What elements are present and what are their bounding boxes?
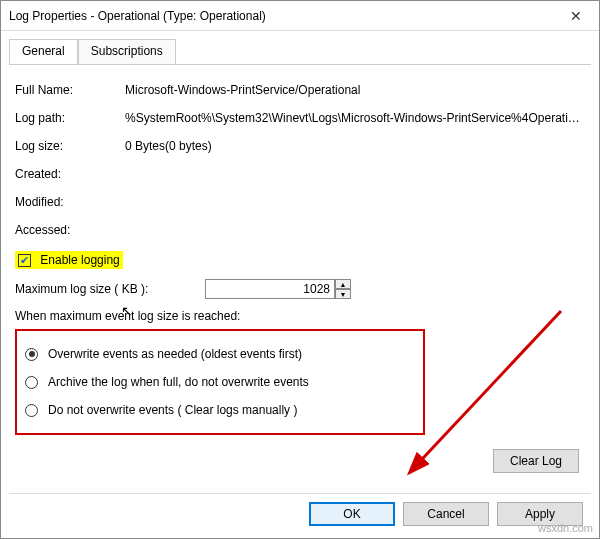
label-modified: Modified: xyxy=(15,195,125,209)
overwrite-options-group: Overwrite events as needed (oldest event… xyxy=(15,329,425,435)
tab-strip: General Subscriptions xyxy=(1,31,599,64)
cancel-button[interactable]: Cancel xyxy=(403,502,489,526)
field-log-path: Log path: %SystemRoot%\System32\Winevt\L… xyxy=(15,111,585,125)
field-log-size: Log size: 0 Bytes(0 bytes) xyxy=(15,139,585,153)
when-max-label: When maximum event log size is reached: xyxy=(15,309,585,323)
spinner-down-icon[interactable]: ▼ xyxy=(335,289,351,299)
tab-general[interactable]: General xyxy=(9,39,78,65)
clear-log-button[interactable]: Clear Log xyxy=(493,449,579,473)
titlebar: Log Properties - Operational (Type: Oper… xyxy=(1,1,599,31)
radio-archive-when-full[interactable]: Archive the log when full, do not overwr… xyxy=(25,375,415,389)
radio-label: Do not overwrite events ( Clear logs man… xyxy=(48,403,297,417)
max-log-size-row: Maximum log size ( KB ): ▲ ▼ xyxy=(15,279,585,299)
max-log-size-label: Maximum log size ( KB ): xyxy=(15,282,205,296)
field-accessed: Accessed: xyxy=(15,223,585,237)
enable-logging-row: ✔ Enable logging xyxy=(15,251,585,269)
label-accessed: Accessed: xyxy=(15,223,125,237)
enable-logging-label: Enable logging xyxy=(40,253,119,267)
label-full-name: Full Name: xyxy=(15,83,125,97)
radio-do-not-overwrite[interactable]: Do not overwrite events ( Clear logs man… xyxy=(25,403,415,417)
value-log-path: %SystemRoot%\System32\Winevt\Logs\Micros… xyxy=(125,111,585,125)
window-title: Log Properties - Operational (Type: Oper… xyxy=(9,9,266,23)
clear-log-row: Clear Log xyxy=(15,449,585,481)
label-created: Created: xyxy=(15,167,125,181)
label-log-path: Log path: xyxy=(15,111,125,125)
max-log-size-spinner: ▲ ▼ xyxy=(335,279,351,299)
tab-subscriptions[interactable]: Subscriptions xyxy=(78,39,176,65)
field-created: Created: xyxy=(15,167,585,181)
radio-icon xyxy=(25,348,38,361)
value-log-size: 0 Bytes(0 bytes) xyxy=(125,139,585,153)
tabpanel-general: Full Name: Microsoft-Windows-PrintServic… xyxy=(9,64,591,493)
spinner-up-icon[interactable]: ▲ xyxy=(335,279,351,289)
radio-icon xyxy=(25,404,38,417)
field-modified: Modified: xyxy=(15,195,585,209)
value-full-name: Microsoft-Windows-PrintService/Operation… xyxy=(125,83,585,97)
ok-button[interactable]: OK xyxy=(309,502,395,526)
radio-label: Overwrite events as needed (oldest event… xyxy=(48,347,302,361)
dialog-button-row: OK Cancel Apply xyxy=(9,493,591,538)
label-log-size: Log size: xyxy=(15,139,125,153)
radio-overwrite-as-needed[interactable]: Overwrite events as needed (oldest event… xyxy=(25,347,415,361)
apply-button[interactable]: Apply xyxy=(497,502,583,526)
enable-logging-checkbox[interactable]: ✔ xyxy=(18,254,31,267)
dialog-log-properties: Log Properties - Operational (Type: Oper… xyxy=(0,0,600,539)
field-full-name: Full Name: Microsoft-Windows-PrintServic… xyxy=(15,83,585,97)
max-log-size-input[interactable] xyxy=(205,279,335,299)
radio-label: Archive the log when full, do not overwr… xyxy=(48,375,309,389)
close-icon[interactable]: ✕ xyxy=(553,1,599,30)
radio-icon xyxy=(25,376,38,389)
